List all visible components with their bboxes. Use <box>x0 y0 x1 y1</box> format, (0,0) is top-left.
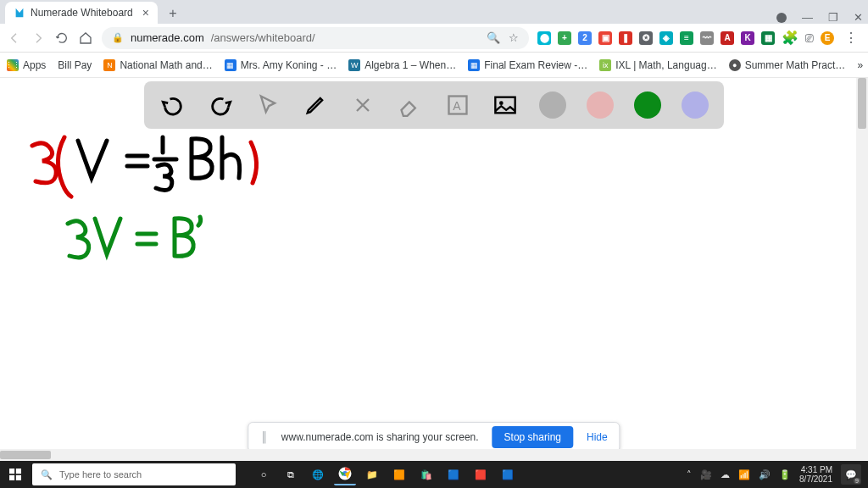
tab-title: Numerade Whiteboard <box>31 7 133 19</box>
bookmark-algebra[interactable]: WAlgebra 1 – When… <box>348 59 456 71</box>
whiteboard-canvas[interactable] <box>0 78 856 449</box>
onedrive-icon[interactable]: ☁ <box>721 469 730 480</box>
ext-icon-4[interactable]: ▣ <box>598 31 612 45</box>
browser-tab[interactable]: Numerade Whiteboard × <box>5 2 158 24</box>
bookmark-summermath[interactable]: ●Summer Math Pract… <box>729 59 846 71</box>
chrome-icon[interactable] <box>334 463 356 485</box>
bookmark-koning[interactable]: ▦Mrs. Amy Koning - … <box>225 59 337 71</box>
edge-legacy-icon[interactable]: 🌐 <box>307 463 329 485</box>
bookmark-icon: ● <box>729 59 741 71</box>
windows-logo-icon <box>9 469 21 480</box>
taskbar-search[interactable]: 🔍 Type here to search <box>32 463 236 485</box>
star-bookmark-icon[interactable]: ☆ <box>509 31 519 44</box>
url-domain: numerade.com <box>131 31 204 44</box>
nav-forward-icon[interactable] <box>31 30 46 46</box>
app-icon-1[interactable]: 🟧 <box>388 463 410 485</box>
svg-rect-8 <box>16 475 21 480</box>
vertical-scrollbar[interactable] <box>856 78 868 461</box>
svg-rect-6 <box>16 469 21 474</box>
home-icon[interactable] <box>78 30 93 46</box>
start-button[interactable] <box>0 461 31 488</box>
clock-time: 4:31 PM <box>799 465 832 474</box>
extensions-puzzle-icon[interactable]: 🧩 <box>782 30 798 46</box>
ext-icon-6[interactable]: ✪ <box>639 31 653 45</box>
wordpress-icon: W <box>348 59 360 71</box>
bookmark-ixl[interactable]: ixIXL | Math, Languag… <box>599 59 716 71</box>
minimize-icon[interactable]: — <box>802 11 813 24</box>
edge-icon[interactable]: 🟦 <box>442 463 465 485</box>
bookmarks-overflow[interactable]: » <box>857 59 863 71</box>
bookmark-icon: ▦ <box>225 59 236 71</box>
file-explorer-icon[interactable]: 📁 <box>361 463 383 485</box>
search-placeholder: Type here to search <box>59 469 142 480</box>
chrome-menu-icon[interactable]: ⋮ <box>841 30 861 46</box>
url-path: /answers/whiteboard/ <box>211 31 315 44</box>
window-controls: — ❐ ✕ <box>776 11 868 24</box>
system-tray: ˄ 🎥 ☁ 📶 🔊 🔋 4:31 PM 8/7/2021 💬9 <box>687 464 868 485</box>
app-icon-3[interactable]: 🟦 <box>497 463 519 485</box>
apps-label: Apps <box>23 59 46 71</box>
reload-icon[interactable] <box>54 30 70 46</box>
maximize-icon[interactable]: ❐ <box>828 11 838 24</box>
ext-icon-11[interactable]: K <box>741 31 754 45</box>
search-icon: 🔍 <box>41 469 53 480</box>
cortana-icon[interactable]: ○ <box>253 463 275 485</box>
tab-close-icon[interactable]: × <box>142 6 149 19</box>
numerade-favicon <box>14 7 25 19</box>
share-message: www.numerade.com is sharing your screen. <box>281 431 479 443</box>
tray-chevron-icon[interactable]: ˄ <box>687 469 692 480</box>
cast-icon[interactable]: ⎚ <box>805 30 814 46</box>
ext-icon-1[interactable]: ⬤ <box>537 31 551 45</box>
app-icon-2[interactable]: 🟥 <box>470 463 492 485</box>
ext-icon-10[interactable]: A <box>721 31 734 45</box>
new-tab-button[interactable]: + <box>163 3 183 24</box>
screen-share-bar: ║ www.numerade.com is sharing your scree… <box>248 422 620 452</box>
address-bar: 🔒 numerade.com/answers/whiteboard/ 🔍 ☆ ⬤… <box>0 24 868 53</box>
horizontal-scrollbar[interactable] <box>0 449 856 461</box>
bookmark-nationalmath[interactable]: NNational Math and… <box>103 59 212 71</box>
apps-shortcut[interactable]: ⋮⋮ Apps <box>7 59 46 71</box>
window-titlebar: Numerade Whiteboard × + — ❐ ✕ <box>0 0 868 24</box>
ext-icon-9[interactable]: 〰 <box>700 31 714 45</box>
meet-now-icon[interactable]: 🎥 <box>700 469 712 480</box>
hide-share-bar[interactable]: Hide <box>587 431 608 443</box>
apps-grid-icon: ⋮⋮ <box>7 59 19 71</box>
bookmark-icon: ▦ <box>468 59 480 71</box>
network-icon[interactable]: 📶 <box>738 469 750 480</box>
windows-taskbar: 🔍 Type here to search ○ ⧉ 🌐 📁 🟧 🛍️ 🟦 🟥 🟦… <box>0 461 868 488</box>
svg-rect-7 <box>9 475 14 480</box>
taskview-icon[interactable]: ⧉ <box>280 463 302 485</box>
volume-icon[interactable]: 🔊 <box>759 469 771 480</box>
svg-rect-5 <box>9 469 14 474</box>
battery-icon[interactable]: 🔋 <box>779 469 791 480</box>
action-center-icon[interactable]: 💬9 <box>841 464 861 485</box>
nav-back-icon[interactable] <box>7 30 22 46</box>
extensions-area: ⬤ + 2 ▣ ❚ ✪ ◈ ≡ 〰 A K ▦ 🧩 ⎚ E ⋮ <box>537 30 861 46</box>
url-input[interactable]: 🔒 numerade.com/answers/whiteboard/ 🔍 ☆ <box>102 27 529 49</box>
profile-avatar[interactable]: E <box>821 31 834 45</box>
taskbar-apps: ○ ⧉ 🌐 📁 🟧 🛍️ 🟦 🟥 🟦 <box>253 463 519 485</box>
ext-icon-2[interactable]: + <box>558 31 571 45</box>
bookmark-finalexam[interactable]: ▦Final Exam Review -… <box>468 59 587 71</box>
whiteboard-page: A <box>0 78 868 461</box>
search-in-page-icon[interactable]: 🔍 <box>487 31 500 44</box>
svg-marker-0 <box>16 8 24 18</box>
store-icon[interactable]: 🛍️ <box>415 463 437 485</box>
clock-date: 8/7/2021 <box>799 474 832 484</box>
ext-icon-5[interactable]: ❚ <box>619 31 632 45</box>
ixl-icon: ix <box>599 59 611 71</box>
taskbar-clock[interactable]: 4:31 PM 8/7/2021 <box>799 465 832 484</box>
ext-icon-3[interactable]: 2 <box>578 31 592 45</box>
bookmarks-bar: ⋮⋮ Apps Bill Pay NNational Math and… ▦Mr… <box>0 53 868 78</box>
close-window-icon[interactable]: ✕ <box>854 11 863 24</box>
account-dot-icon[interactable] <box>776 13 787 23</box>
share-grip-icon[interactable]: ║ <box>260 431 268 443</box>
ext-icon-12[interactable]: ▦ <box>761 31 775 45</box>
lock-icon: 🔒 <box>112 32 124 43</box>
stop-sharing-button[interactable]: Stop sharing <box>492 426 573 448</box>
bookmark-icon: N <box>103 59 115 71</box>
ext-icon-8[interactable]: ≡ <box>680 31 693 45</box>
notification-count: 9 <box>854 478 860 484</box>
bookmark-billpay[interactable]: Bill Pay <box>58 59 92 71</box>
ext-icon-7[interactable]: ◈ <box>659 31 673 45</box>
